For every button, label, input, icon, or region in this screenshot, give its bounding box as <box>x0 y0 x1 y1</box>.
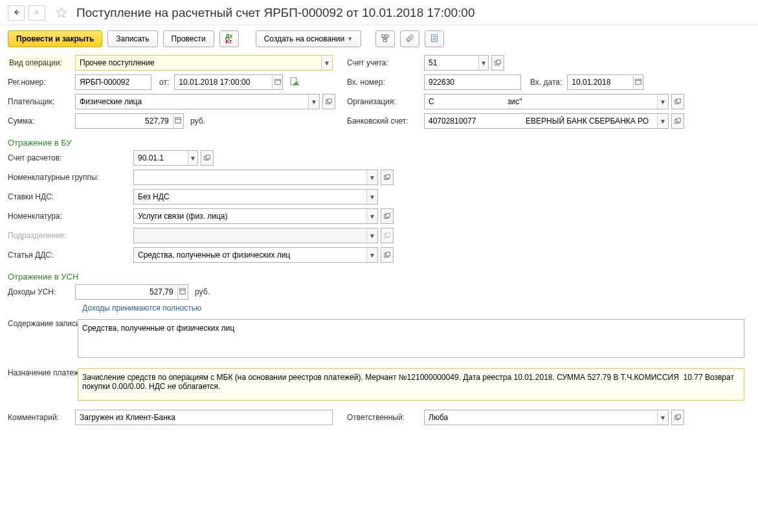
usn-full-income-link[interactable]: Доходы принимаются полностью <box>82 304 201 313</box>
responsible-open-button[interactable] <box>672 410 684 425</box>
calendar-icon <box>635 78 641 86</box>
svg-rect-30 <box>206 155 210 159</box>
nomenclature-label: Номенклатура: <box>8 212 131 221</box>
responsible-label: Ответственный: <box>347 413 421 422</box>
division-dropdown: ▼ <box>366 228 377 243</box>
calculator-icon <box>175 117 181 125</box>
sum-calc-button[interactable] <box>173 114 183 128</box>
svg-rect-15 <box>274 79 280 84</box>
svg-rect-38 <box>386 252 390 256</box>
post-button[interactable]: Провести <box>163 30 214 47</box>
in-date-input[interactable] <box>568 75 633 89</box>
svg-rect-14 <box>496 60 500 64</box>
create-based-on-button[interactable]: Создать на основании ▼ <box>256 30 361 47</box>
reg-no-input[interactable] <box>76 75 151 89</box>
nav-forward-button[interactable] <box>28 5 45 21</box>
bank-acc-input[interactable] <box>425 114 657 128</box>
svg-rect-32 <box>386 175 390 179</box>
account-input[interactable] <box>425 56 478 70</box>
nav-back-button[interactable] <box>8 5 25 21</box>
comment-label: Комментарий: <box>8 413 72 422</box>
svg-rect-36 <box>386 233 390 237</box>
document-icon <box>430 34 439 45</box>
responsible-dropdown[interactable]: ▼ <box>657 410 668 425</box>
usn-income-calc-button[interactable] <box>177 285 188 299</box>
bank-acc-dropdown[interactable]: ▼ <box>657 114 668 128</box>
post-and-close-button[interactable]: Провести и закрыть <box>8 30 102 47</box>
attachments-button[interactable] <box>400 30 419 47</box>
purpose-textarea[interactable] <box>78 369 744 395</box>
reg-no-label: Рег.номер: <box>8 78 72 87</box>
purpose-label: Назначение платежа: <box>8 368 72 377</box>
rub-label: руб. <box>190 116 205 126</box>
dds-open-button[interactable] <box>381 248 393 262</box>
document-status-icon <box>289 76 300 89</box>
org-open-button[interactable] <box>672 94 684 109</box>
org-input[interactable] <box>425 94 657 109</box>
nomenclature-open-button[interactable] <box>381 209 393 223</box>
dds-input[interactable] <box>134 248 366 262</box>
debit-credit-button[interactable]: ДтКт <box>219 30 239 47</box>
svg-rect-25 <box>175 118 181 123</box>
usn-income-label: Доходы УСН: <box>8 287 72 296</box>
dds-dropdown[interactable]: ▼ <box>366 248 377 262</box>
arrow-left-icon <box>12 8 21 19</box>
acc-settl-input[interactable] <box>134 151 188 165</box>
svg-point-18 <box>297 82 298 83</box>
sum-input[interactable] <box>76 114 173 128</box>
favorite-button[interactable] <box>54 6 69 20</box>
comment-input[interactable] <box>76 410 332 425</box>
in-no-label: Вх. номер: <box>347 78 421 87</box>
nom-groups-input[interactable] <box>134 170 366 184</box>
acc-settl-open-button[interactable] <box>201 151 213 165</box>
payer-input[interactable] <box>76 94 308 109</box>
svg-rect-34 <box>386 214 390 217</box>
kudir-textarea[interactable] <box>78 320 744 355</box>
svg-rect-3 <box>386 34 388 37</box>
division-open-button <box>381 228 393 243</box>
nomenclature-dropdown[interactable]: ▼ <box>366 209 377 223</box>
vat-rates-input[interactable] <box>134 190 366 204</box>
bank-acc-open-button[interactable] <box>672 114 684 128</box>
svg-rect-42 <box>676 415 680 419</box>
svg-rect-24 <box>676 99 680 103</box>
svg-rect-2 <box>382 34 385 37</box>
kudir-label: Содержание записи КУДиР: <box>8 319 72 328</box>
in-no-input[interactable] <box>425 75 520 89</box>
acc-settl-label: Счет расчетов: <box>8 153 131 162</box>
vat-rates-label: Ставки НДС: <box>8 192 131 201</box>
account-open-button[interactable] <box>492 56 504 70</box>
vat-rates-dropdown[interactable]: ▼ <box>366 190 377 204</box>
sum-label: Сумма: <box>8 116 72 126</box>
responsible-input[interactable] <box>425 410 657 425</box>
usn-income-input[interactable] <box>76 285 177 299</box>
in-date-picker-button[interactable] <box>633 75 643 89</box>
date-picker-button[interactable] <box>272 75 282 89</box>
payer-open-button[interactable] <box>323 94 335 109</box>
save-button[interactable]: Записать <box>107 30 157 47</box>
nom-groups-label: Номенклатурные группы: <box>8 173 131 182</box>
chevron-down-icon: ▼ <box>347 36 353 42</box>
org-dropdown[interactable]: ▼ <box>657 94 668 109</box>
structure-button[interactable] <box>375 30 395 47</box>
in-date-label: Вх. дата: <box>530 78 562 87</box>
titlebar: Поступление на расчетный счет ЯРБП-00009… <box>0 0 758 25</box>
report-button[interactable] <box>425 30 444 47</box>
from-label: от: <box>159 78 169 87</box>
account-dropdown[interactable]: ▼ <box>478 56 488 70</box>
tree-icon <box>381 34 390 45</box>
op-type-input[interactable] <box>76 56 321 70</box>
nomenclature-input[interactable] <box>134 209 366 223</box>
calculator-icon <box>179 288 186 296</box>
page-title: Поступление на расчетный счет ЯРБП-00009… <box>76 6 474 20</box>
calendar-icon <box>274 78 281 86</box>
payer-dropdown[interactable]: ▼ <box>308 94 319 109</box>
nom-groups-dropdown[interactable]: ▼ <box>366 170 377 184</box>
acc-settl-dropdown[interactable]: ▼ <box>188 151 197 165</box>
date-input[interactable] <box>175 75 272 89</box>
nom-groups-open-button[interactable] <box>381 170 393 184</box>
op-type-dropdown[interactable]: ▼ <box>321 56 332 70</box>
create-based-label: Создать на основании <box>264 34 345 43</box>
paperclip-icon <box>405 34 414 45</box>
division-label: Подразделение: <box>8 231 131 240</box>
